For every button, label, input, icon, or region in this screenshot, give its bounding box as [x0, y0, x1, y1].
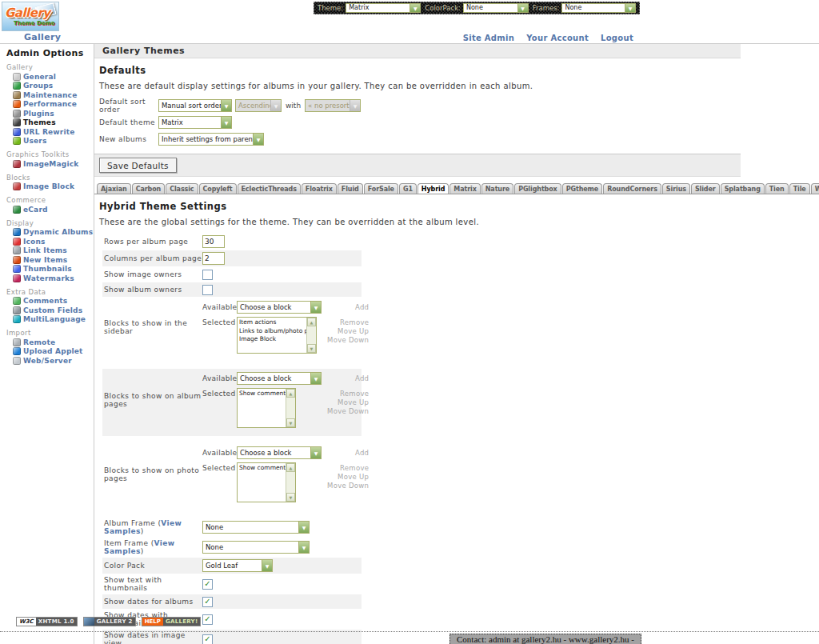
rows-per-album-page-input[interactable]: [202, 235, 225, 248]
default-sort-order-select[interactable]: Manual sort order▼: [158, 99, 232, 112]
blocks-to-show-in-the-sidebar-available-select[interactable]: Choose a block▼: [237, 301, 322, 314]
theme-select[interactable]: Matrix▼: [346, 3, 421, 13]
scroll-down-icon[interactable]: ▼: [286, 418, 295, 427]
show-dates-for-albums-checkbox[interactable]: ✓: [202, 597, 213, 607]
sidebar-item-icons[interactable]: Icons: [6, 237, 94, 246]
nav-link-your-account[interactable]: Your Account: [526, 34, 589, 42]
tab-pglightbox[interactable]: PGlightbox: [514, 183, 561, 194]
list-option-image-block[interactable]: Image Block: [239, 335, 305, 344]
sidebar-item-performance[interactable]: Performance: [6, 100, 94, 110]
tab-hybrid[interactable]: Hybrid: [417, 183, 449, 194]
move-up-link[interactable]: Move Up: [327, 327, 369, 336]
sidebar-item-remote[interactable]: Remote: [6, 338, 94, 347]
gallery-logo[interactable]: Gallery Theme Demo: [2, 2, 59, 31]
tab-carbon[interactable]: Carbon: [132, 183, 166, 194]
tab-wordpressembedded[interactable]: WordpressEmbedded: [811, 183, 819, 194]
sidebar-link-web-server[interactable]: Web/Server: [23, 357, 72, 365]
tab-nature[interactable]: Nature: [481, 183, 513, 194]
nav-link-logout[interactable]: Logout: [601, 34, 633, 42]
sidebar-link-themes[interactable]: Themes: [23, 118, 56, 126]
tab-roundcorners[interactable]: RoundCorners: [603, 183, 661, 194]
sidebar-item-imagemagick[interactable]: ImageMagick: [6, 159, 94, 169]
sidebar-link-url-rewrite[interactable]: URL Rewrite: [23, 128, 75, 136]
tab-sirius[interactable]: Sirius: [662, 183, 690, 194]
add-link[interactable]: Add: [327, 374, 369, 383]
tab-g1[interactable]: G1: [399, 183, 417, 194]
listbox-scrollbar[interactable]: ▲▼: [306, 318, 316, 353]
sidebar-item-comments[interactable]: Comments: [6, 297, 94, 306]
listbox-scrollbar[interactable]: ▲▼: [286, 389, 295, 427]
list-option-links-to-album-photo-peers[interactable]: Links to album/photo peers: [239, 327, 305, 336]
sidebar-link-thumbnails[interactable]: Thumbnails: [23, 265, 72, 273]
colorpack-select[interactable]: None▼: [463, 3, 529, 13]
remove-link[interactable]: Remove: [327, 464, 369, 473]
move-down-link[interactable]: Move Down: [327, 336, 369, 345]
sidebar-item-new-items[interactable]: New Items: [6, 255, 94, 265]
tab-ajaxian[interactable]: Ajaxian: [97, 183, 131, 194]
tab-copyleft[interactable]: Copyleft: [199, 183, 237, 194]
sidebar-item-multilanguage[interactable]: MultiLanguage: [6, 315, 94, 325]
sidebar-item-users[interactable]: Users: [6, 137, 94, 146]
breadcrumb-gallery-link[interactable]: Gallery: [24, 32, 61, 42]
show-image-owners-checkbox[interactable]: [202, 270, 213, 280]
presort-select[interactable]: « no presort »▼: [305, 99, 361, 112]
sidebar-item-custom-fields[interactable]: Custom Fields: [6, 306, 94, 315]
scroll-up-icon[interactable]: ▲: [307, 318, 316, 326]
sidebar-link-watermarks[interactable]: Watermarks: [23, 274, 74, 282]
list-option-show-comments[interactable]: Show comments: [239, 464, 284, 473]
sidebar-item-dynamic-albums[interactable]: Dynamic Albums: [6, 228, 94, 238]
sidebar-item-maintenance[interactable]: Maintenance: [6, 90, 94, 100]
blocks-to-show-on-album-pages-selected-listbox[interactable]: Show comments▲▼: [237, 388, 296, 428]
nav-link-site-admin[interactable]: Site Admin: [463, 34, 515, 42]
scroll-up-icon[interactable]: ▲: [286, 463, 295, 472]
frames-select[interactable]: None▼: [561, 3, 636, 13]
move-down-link[interactable]: Move Down: [327, 482, 369, 490]
sidebar-item-watermarks[interactable]: Watermarks: [6, 274, 94, 283]
columns-per-album-page-input[interactable]: [202, 252, 225, 265]
sidebar-link-maintenance[interactable]: Maintenance: [23, 91, 77, 99]
tab-slider[interactable]: Slider: [691, 183, 720, 194]
sidebar-link-image-block[interactable]: Image Block: [23, 182, 74, 190]
sidebar-link-ecard[interactable]: eCard: [23, 206, 48, 214]
sidebar-item-themes[interactable]: Themes: [6, 118, 94, 128]
scroll-up-icon[interactable]: ▲: [286, 389, 295, 398]
default-theme-select[interactable]: Matrix▼: [158, 116, 232, 129]
album-frame-select[interactable]: None▼: [202, 521, 310, 534]
sidebar-link-link-items[interactable]: Link Items: [23, 246, 67, 254]
add-link[interactable]: Add: [327, 449, 369, 458]
tab-matrix[interactable]: Matrix: [449, 183, 480, 194]
tab-eclecticthreads[interactable]: EclecticThreads: [238, 183, 301, 194]
list-option-item-actions[interactable]: Item actions: [239, 318, 305, 327]
blocks-to-show-in-the-sidebar-selected-listbox[interactable]: Item actionsLinks to album/photo peersIm…: [237, 317, 317, 354]
sidebar-link-imagemagick[interactable]: ImageMagick: [23, 160, 78, 168]
blocks-to-show-on-photo-pages-available-select[interactable]: Choose a block▼: [237, 446, 322, 459]
show-dates-with-thumbnails-checkbox[interactable]: ✓: [202, 614, 213, 625]
sidebar-link-users[interactable]: Users: [23, 137, 47, 145]
tab-splatbang[interactable]: Splatbang: [721, 183, 765, 194]
tab-floatrix[interactable]: Floatrix: [302, 183, 337, 194]
badge-g2[interactable]: GALLERY 2: [83, 617, 136, 626]
sidebar-link-comments[interactable]: Comments: [23, 297, 67, 305]
show-dates-in-image-view-checkbox[interactable]: ✓: [202, 634, 213, 644]
sidebar-item-url-rewrite[interactable]: URL Rewrite: [6, 127, 94, 137]
show-album-owners-checkbox[interactable]: [202, 285, 213, 295]
blocks-to-show-on-album-pages-available-select[interactable]: Choose a block▼: [237, 372, 322, 385]
add-link[interactable]: Add: [327, 303, 369, 312]
sidebar-link-performance[interactable]: Performance: [23, 100, 77, 108]
sidebar-link-upload-applet[interactable]: Upload Applet: [23, 347, 83, 355]
sidebar-item-image-block[interactable]: Image Block: [6, 182, 94, 192]
sidebar-link-custom-fields[interactable]: Custom Fields: [23, 306, 82, 314]
tab-pgtheme[interactable]: PGtheme: [562, 183, 602, 194]
sidebar-item-thumbnails[interactable]: Thumbnails: [6, 265, 94, 274]
sidebar-item-general[interactable]: General: [6, 72, 94, 82]
move-up-link[interactable]: Move Up: [327, 473, 369, 482]
new-albums-select[interactable]: Inherit settings from parent album▼: [158, 133, 264, 146]
blocks-to-show-on-photo-pages-selected-listbox[interactable]: Show comments▲▼: [237, 462, 296, 502]
color-pack-select[interactable]: Gold Leaf▼: [202, 559, 273, 572]
move-up-link[interactable]: Move Up: [327, 398, 369, 407]
badge-w3c[interactable]: W3CXHTML 1.0: [16, 617, 78, 626]
scroll-down-icon[interactable]: ▼: [286, 493, 295, 502]
tab-classic[interactable]: Classic: [166, 183, 198, 194]
listbox-scrollbar[interactable]: ▲▼: [286, 463, 295, 502]
move-down-link[interactable]: Move Down: [327, 407, 369, 416]
